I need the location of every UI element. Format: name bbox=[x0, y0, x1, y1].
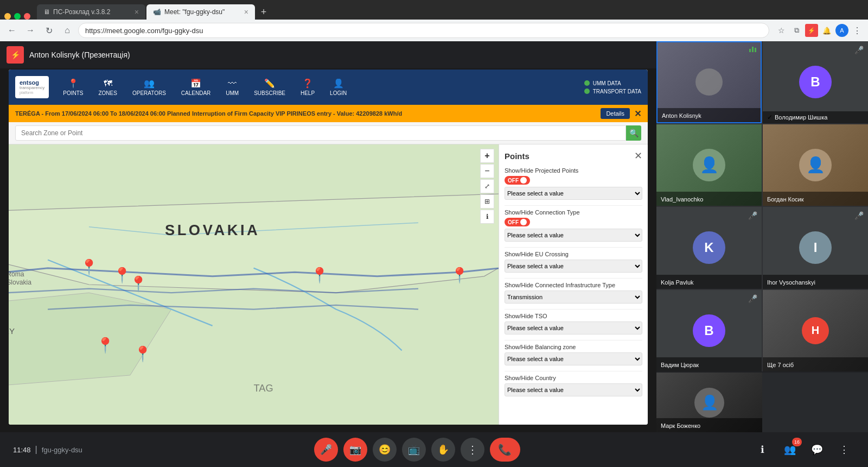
svg-text:📍: 📍 bbox=[96, 336, 115, 354]
p6-name: Ihor Vysochanskyi bbox=[767, 279, 815, 286]
back-btn[interactable]: ← bbox=[4, 23, 20, 38]
tab-bar: 🖥 ПС-Розклад v.3.8.2 × 📹 Meet: "fgu-ggky… bbox=[0, 0, 868, 20]
select-7[interactable]: Please select a value bbox=[505, 383, 642, 396]
participant-tile-vlad[interactable]: 🎤 👤 Vlad_Ivanochko bbox=[656, 124, 762, 206]
forward-btn[interactable]: → bbox=[23, 23, 38, 38]
meet-logo-btn[interactable]: ⚡ bbox=[7, 46, 24, 64]
select-4[interactable]: Transmission bbox=[505, 291, 642, 304]
participants-sidebar: Anton Kolisnyk 🎤 B ✓ Володимир Шишка 🎤 👤 bbox=[656, 41, 868, 432]
new-tab-btn[interactable]: + bbox=[256, 4, 271, 20]
p2-name-bar: ✓ Володимир Шишка bbox=[763, 111, 868, 123]
svg-text:📍: 📍 bbox=[310, 266, 329, 284]
entsog-logo[interactable]: entsog transparency platform bbox=[9, 76, 55, 98]
select-5[interactable]: Please select a value bbox=[505, 321, 642, 335]
panel-row-5: Show/Hide TSO Please select a value bbox=[505, 313, 642, 335]
panel-header: Points ✕ bbox=[505, 150, 642, 162]
participant-tile-bogdan[interactable]: 🎤 👤 Богдан Косик bbox=[763, 124, 868, 206]
present-btn[interactable]: 📺 bbox=[402, 438, 426, 462]
map-ctrl-3[interactable]: ⤢ bbox=[480, 179, 494, 193]
nav-help[interactable]: ❓ HELP bbox=[293, 75, 322, 99]
nav-zones[interactable]: 🗺 ZONES bbox=[91, 75, 124, 99]
presentation-area: ⚡ Anton Kolisnyk (Презентація) entsog tr… bbox=[0, 41, 656, 432]
raise-hand-btn[interactable]: ✋ bbox=[431, 438, 455, 462]
umm-data-section: UMM DATA TRANSPORT DATA bbox=[584, 80, 648, 94]
video-btn[interactable]: 📷 bbox=[343, 438, 367, 462]
p5-avatar: K bbox=[693, 231, 725, 264]
tab-active[interactable]: 📹 Meet: "fgu-ggky-dsu" × bbox=[146, 4, 255, 20]
panel-row-2: Show/Hide Connection Type OFF Please sel… bbox=[505, 209, 642, 242]
meeting-id-display: fgu-ggky-dsu bbox=[42, 446, 82, 454]
participant-tile-mark[interactable]: 🎤 👤 Марк Боженко bbox=[656, 373, 762, 432]
main-layout: ⚡ Anton Kolisnyk (Презентація) entsog tr… bbox=[0, 41, 868, 432]
menu-btn[interactable]: ⋮ bbox=[851, 24, 864, 37]
reload-btn[interactable]: ↻ bbox=[41, 23, 56, 38]
select-6[interactable]: Please select a value bbox=[505, 352, 642, 365]
emoji-btn[interactable]: 😊 bbox=[373, 438, 397, 462]
p8-name: Ще 7 осіб bbox=[767, 362, 794, 368]
ext2[interactable]: 🔔 bbox=[820, 24, 833, 37]
bookmark-btn[interactable]: ☆ bbox=[775, 24, 788, 37]
nav-subscribe[interactable]: ✏️ SUBSCRIBE bbox=[246, 75, 293, 99]
select-1[interactable]: Please select a value bbox=[505, 187, 642, 200]
search-btn[interactable]: 🔍 bbox=[626, 125, 641, 141]
panel-row-1: Show/Hide Projected Points OFF Please se… bbox=[505, 167, 642, 200]
alert-details-btn[interactable]: Details bbox=[601, 108, 630, 119]
address-bar[interactable]: https://meet.google.com/fgu-ggky-dsu bbox=[78, 23, 769, 38]
row5-label: Show/Hide TSO bbox=[505, 313, 642, 319]
select-2[interactable]: Please select a value bbox=[505, 229, 642, 242]
participant-tile-kolja[interactable]: 🎤 K Kolja Pavluk bbox=[656, 207, 762, 289]
nav-umm[interactable]: 〰 UMM bbox=[218, 75, 246, 99]
ext1[interactable]: ⚡ bbox=[805, 24, 818, 37]
search-input[interactable] bbox=[15, 125, 626, 141]
p6-name-bar: Ihor Vysochanskyi bbox=[763, 275, 868, 289]
map-area[interactable]: SLOVAKIA HUNGARY IA WAG TAG Roma Slovaki… bbox=[9, 144, 499, 425]
minimize-btn[interactable] bbox=[4, 13, 11, 20]
alert-close-btn[interactable]: ✕ bbox=[634, 109, 641, 119]
toggle-off-2[interactable]: OFF bbox=[505, 218, 530, 226]
toggle-off-1[interactable]: OFF bbox=[505, 176, 530, 185]
people-btn[interactable]: 👥 16 bbox=[779, 439, 801, 460]
zoom-out-btn[interactable]: − bbox=[480, 164, 494, 178]
bottom-right-controls: ℹ 👥 16 💬 ⋮ bbox=[752, 439, 855, 460]
participant-tile-ihor[interactable]: 🎤 I Ihor Vysochanskyi bbox=[763, 207, 868, 289]
close-btn[interactable] bbox=[24, 13, 30, 20]
chat-btn[interactable]: 💬 bbox=[806, 439, 828, 460]
mic-btn[interactable]: 🎤 bbox=[314, 438, 338, 462]
participant-tile-anton[interactable]: Anton Kolisnyk bbox=[656, 41, 762, 123]
p2-avatar: B bbox=[799, 66, 832, 98]
maximize-btn[interactable] bbox=[14, 13, 21, 20]
end-call-btn[interactable]: 📞 bbox=[490, 438, 520, 462]
tab2-close[interactable]: × bbox=[244, 8, 248, 16]
nav-operators[interactable]: 👥 OPERATORS bbox=[125, 75, 174, 99]
select-3[interactable]: Please select a value bbox=[505, 260, 642, 273]
p5-muted-icon: 🎤 bbox=[748, 211, 757, 220]
home-btn[interactable]: ⌂ bbox=[60, 23, 75, 38]
panel-close-btn[interactable]: ✕ bbox=[634, 150, 642, 162]
svg-text:Slovakia: Slovakia bbox=[9, 279, 31, 286]
search-bar: 🔍 bbox=[9, 122, 648, 144]
nav-points[interactable]: 📍 POINTS bbox=[55, 75, 91, 99]
map-ctrl-4[interactable]: ⊞ bbox=[480, 194, 494, 209]
map-ctrl-5[interactable]: ℹ bbox=[480, 210, 494, 224]
tab-inactive[interactable]: 🖥 ПС-Розклад v.3.8.2 × bbox=[37, 4, 145, 20]
tab1-close[interactable]: × bbox=[135, 8, 139, 16]
info-btn[interactable]: ℹ bbox=[752, 439, 774, 460]
nav-calendar[interactable]: 📅 CALENDAR bbox=[174, 75, 218, 99]
p3-name: Vlad_Ivanochko bbox=[661, 196, 703, 203]
participant-tile-others[interactable]: 🎤 H Ще 7 осіб bbox=[763, 290, 868, 372]
zoom-in-btn[interactable]: + bbox=[480, 149, 494, 163]
row6-label: Show/Hide Balancing zone bbox=[505, 344, 642, 350]
more-options-btn[interactable]: ⋮ bbox=[461, 438, 484, 462]
p4-name-bar: Богдан Косик bbox=[763, 192, 868, 206]
participant-tile-vadym[interactable]: 🎤 B Вадим Цюрак bbox=[656, 290, 762, 372]
row4-label: Show/Hide Connected Infrastructure Type bbox=[505, 282, 642, 288]
ext3[interactable]: A bbox=[835, 24, 848, 37]
p2-name: Володимир Шишка bbox=[775, 114, 827, 121]
umm-data-label: UMM DATA bbox=[593, 80, 621, 86]
p6-avatar: I bbox=[799, 231, 832, 264]
screenshot-btn[interactable]: ⧉ bbox=[790, 24, 803, 37]
activities-btn[interactable]: ⋮ bbox=[833, 439, 855, 460]
svg-text:📍: 📍 bbox=[80, 258, 99, 276]
nav-login[interactable]: 👤 LOGIN bbox=[322, 75, 354, 99]
participant-tile-volodymyr[interactable]: 🎤 B ✓ Володимир Шишка bbox=[763, 41, 868, 123]
